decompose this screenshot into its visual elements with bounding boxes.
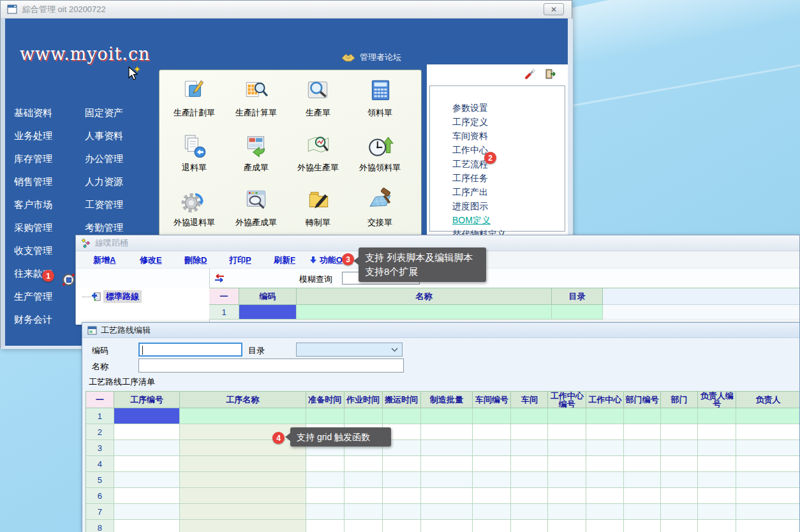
grid-cell[interactable]: [736, 472, 800, 488]
directory-combobox[interactable]: [296, 343, 403, 357]
column-header-department[interactable]: 部门: [661, 392, 698, 408]
grid-cell[interactable]: [624, 472, 661, 488]
grid-cell[interactable]: [511, 440, 548, 456]
column-header-name[interactable]: 名称: [297, 288, 552, 305]
sidebar-item-basic-data[interactable]: 基础资料: [14, 107, 52, 129]
sidebar-item-payroll[interactable]: 工资管理: [85, 198, 123, 221]
grid-cell[interactable]: [180, 488, 306, 504]
menu-item-work-center[interactable]: 工作中心: [452, 145, 506, 159]
toolbar-refresh-button[interactable]: 刷新F: [274, 255, 295, 266]
grid-cell[interactable]: [736, 520, 800, 532]
grid-cell[interactable]: [114, 424, 180, 440]
admin-forum-link[interactable]: 管理者论坛: [341, 52, 401, 63]
row-number-cell[interactable]: 3: [86, 440, 114, 456]
grid-cell[interactable]: [421, 504, 473, 520]
column-header-workshop-code[interactable]: 车间编号: [473, 392, 511, 408]
sidebar-item-inventory[interactable]: 库存管理: [14, 152, 52, 175]
grid-cell[interactable]: [511, 504, 548, 520]
column-header-workcenter-code[interactable]: 工作中心编号: [548, 392, 586, 408]
column-header-prep-time[interactable]: 准备时间: [306, 392, 344, 408]
grid-cell[interactable]: [473, 520, 511, 532]
grid-cell[interactable]: [624, 440, 661, 456]
swap-arrows-icon[interactable]: [213, 274, 226, 283]
row-number-cell[interactable]: 7: [86, 504, 114, 520]
menu-item-process-flow[interactable]: 工艺流程: [452, 159, 506, 173]
grid-cell[interactable]: [736, 408, 800, 424]
grid-cell[interactable]: [344, 504, 383, 520]
grid-cell[interactable]: [511, 488, 548, 504]
customize-tool-icon[interactable]: [524, 68, 536, 80]
grid-cell[interactable]: [586, 472, 624, 488]
row-number-cell[interactable]: 5: [86, 472, 114, 488]
tile-production-plan[interactable]: 生產計劃單: [163, 78, 225, 133]
grid-cell[interactable]: [306, 472, 344, 488]
column-header-index[interactable]: 一: [209, 288, 239, 305]
column-header-workshop[interactable]: 车间: [511, 392, 548, 408]
dock-handle-button[interactable]: [63, 274, 75, 286]
menu-item-operation-task[interactable]: 工序任务: [452, 173, 506, 187]
grid-cell[interactable]: [421, 456, 473, 472]
row-number-cell[interactable]: 8: [86, 520, 114, 532]
row-number-cell[interactable]: 2: [86, 424, 114, 440]
grid-cell[interactable]: [548, 504, 586, 520]
menu-item-parameter-settings[interactable]: 参数设置: [452, 103, 506, 117]
row-number-cell[interactable]: 1: [209, 305, 239, 320]
row-number-cell[interactable]: 6: [86, 488, 114, 504]
sidebar-item-purchasing[interactable]: 采购管理: [14, 221, 52, 244]
grid-cell[interactable]: [736, 488, 800, 504]
column-header-directory[interactable]: 目录: [552, 288, 603, 305]
grid-cell[interactable]: [421, 488, 473, 504]
grid-cell[interactable]: [114, 504, 180, 520]
grid-cell[interactable]: [344, 472, 383, 488]
sidebar-item-fixed-assets[interactable]: 固定资产: [85, 107, 123, 129]
grid-cell[interactable]: [698, 424, 736, 440]
tile-production-calc[interactable]: 生產計算單: [225, 78, 287, 133]
sidebar-item-office[interactable]: 办公管理: [85, 152, 123, 175]
grid-cell[interactable]: [344, 520, 383, 532]
grid-cell[interactable]: [511, 520, 548, 532]
grid-cell[interactable]: [114, 472, 180, 488]
grid-cell[interactable]: [548, 424, 586, 440]
sidebar-item-finance[interactable]: 财务会计: [14, 313, 52, 336]
grid-cell[interactable]: [421, 408, 473, 424]
grid-cell[interactable]: [473, 504, 511, 520]
grid-cell[interactable]: [383, 456, 421, 472]
grid-cell[interactable]: [586, 424, 624, 440]
grid-cell[interactable]: [698, 520, 736, 532]
toolbar-function-button[interactable]: 功能O: [309, 255, 343, 266]
menu-item-operation-output[interactable]: 工序产出: [452, 187, 506, 201]
grid-cell[interactable]: [624, 504, 661, 520]
grid-cell[interactable]: [548, 440, 586, 456]
grid-cell[interactable]: [421, 424, 473, 440]
grid-cell[interactable]: [473, 456, 511, 472]
grid-cell[interactable]: [736, 456, 800, 472]
grid-cell[interactable]: [180, 472, 306, 488]
grid-cell[interactable]: [586, 520, 624, 532]
sidebar-item-production[interactable]: 生产管理: [14, 290, 52, 313]
grid-cell[interactable]: [586, 456, 624, 472]
grid-cell[interactable]: [180, 440, 306, 456]
menu-item-progress-chart[interactable]: 进度图示: [452, 201, 506, 215]
column-header-transport-time[interactable]: 搬运时间: [383, 392, 421, 408]
toolbar-new-button[interactable]: 新增A: [93, 255, 115, 266]
grid-cell[interactable]: [344, 456, 383, 472]
grid-cell[interactable]: [624, 408, 661, 424]
menu-item-bom-definition[interactable]: BOM定义: [452, 215, 506, 229]
grid-cell[interactable]: [661, 408, 698, 424]
main-window-titlebar[interactable]: 綜合管理 oit 20200722 ✕: [1, 1, 572, 18]
grid-cell[interactable]: [661, 520, 698, 532]
grid-cell[interactable]: [383, 520, 421, 532]
column-header-operation-code[interactable]: 工序编号: [114, 392, 180, 408]
grid-cell[interactable]: [624, 424, 661, 440]
grid-cell[interactable]: [624, 456, 661, 472]
grid-cell[interactable]: [306, 504, 344, 520]
grid-cell[interactable]: [698, 440, 736, 456]
grid-cell[interactable]: [736, 504, 800, 520]
grid-cell[interactable]: [421, 472, 473, 488]
grid-cell[interactable]: [114, 408, 180, 424]
grid-cell[interactable]: [511, 456, 548, 472]
grid-cell[interactable]: [421, 440, 473, 456]
exit-door-icon[interactable]: [545, 68, 556, 80]
grid-cell[interactable]: [624, 488, 661, 504]
sidebar-item-hr-records[interactable]: 人事资料: [85, 129, 123, 152]
